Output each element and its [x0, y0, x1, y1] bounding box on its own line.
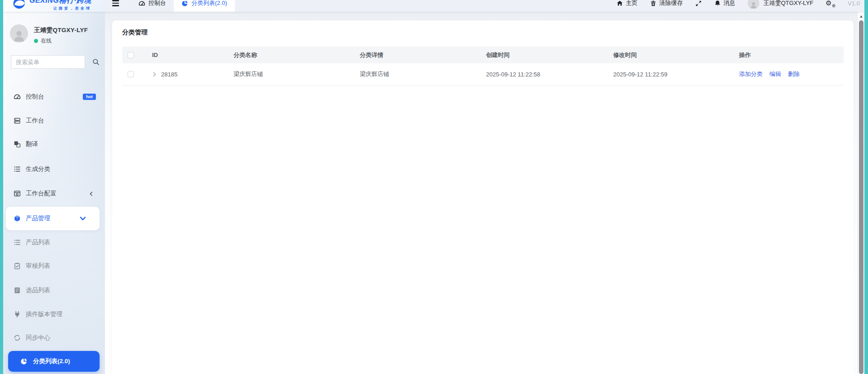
sidebar-item-audit-list[interactable]: 审核列表	[3, 257, 105, 275]
workbench-config-icon	[14, 190, 21, 197]
column-header-id: ID	[147, 52, 228, 58]
sidebar-item-console[interactable]: 控制台 hot	[3, 88, 105, 106]
messages-label: 消息	[724, 0, 735, 7]
dashboard-icon	[138, 0, 145, 7]
cell-modified: 2025-09-12 11:22:59	[608, 71, 734, 78]
column-header-actions: 操作	[734, 51, 844, 59]
user-avatar	[748, 0, 759, 9]
online-status: 在线	[34, 37, 88, 45]
category-pie-icon	[181, 0, 188, 7]
sidebar-profile: 王靖雯QTGXY-LYF 在线	[10, 24, 88, 45]
menu-search-input[interactable]	[11, 55, 85, 69]
page-title: 分类管理	[122, 28, 844, 37]
sidebar-item-label: 选品列表	[26, 286, 50, 294]
search-icon[interactable]	[92, 58, 100, 66]
column-header-created: 创建时间	[481, 51, 608, 59]
home-icon	[616, 0, 623, 7]
messages-link[interactable]: 消息	[714, 0, 735, 7]
logo: GEXING格行·跨境 让国货，卖全球	[3, 0, 105, 12]
content-card: 分类管理 ID 分类名称 分类详情 创建时间 修改时间 操作 28185 梁庆辉…	[112, 20, 854, 374]
gear-icon: ⚙	[825, 0, 831, 7]
clear-cache-link[interactable]: 清除缓存	[650, 0, 683, 7]
sidebar-item-label: 工作台配置	[26, 189, 57, 198]
sidebar-item-label: 控制台	[26, 93, 44, 101]
table-header-row: ID 分类名称 分类详情 创建时间 修改时间 操作	[122, 47, 844, 63]
sidebar-item-sync-center[interactable]: 同步中心	[3, 329, 105, 347]
brand-tagline: 让国货，卖全球	[29, 6, 91, 11]
column-header-name: 分类名称	[228, 51, 354, 59]
workbench-icon	[14, 117, 21, 124]
home-label: 主页	[626, 0, 638, 7]
cell-created: 2025-09-12 11:22:58	[481, 71, 608, 78]
tab-bar: 控制台 分类列表(2.0)	[131, 0, 235, 12]
sidebar-item-label: 产品列表	[26, 238, 50, 246]
sidebar-item-category-list[interactable]: 分类列表(2.0)	[8, 351, 100, 372]
list-icon	[14, 166, 21, 173]
topbar: GEXING格行·跨境 让国货，卖全球 控制台 分类列表(2.0) 主页 清除缓…	[3, 0, 864, 12]
fullscreen-button[interactable]	[695, 0, 702, 7]
plugin-icon	[14, 311, 21, 318]
select-all-checkbox[interactable]	[128, 52, 134, 58]
cell-name: 梁庆辉店铺	[228, 70, 354, 78]
sidebar-item-workbench[interactable]: 工作台	[3, 112, 105, 130]
add-category-link[interactable]: 添加分类	[739, 70, 763, 78]
sidebar-item-product-list[interactable]: 产品列表	[3, 233, 105, 251]
tab-label: 分类列表(2.0)	[191, 0, 227, 7]
sidebar-item-translate[interactable]: 翻译	[3, 135, 105, 153]
selection-book-icon	[14, 287, 21, 294]
cell-detail: 梁庆辉店铺	[354, 70, 481, 78]
sidebar-item-product-management[interactable]: 产品管理	[6, 207, 100, 230]
scrollbar-up-arrow[interactable]: ▲	[858, 14, 865, 19]
online-status-label: 在线	[41, 37, 52, 45]
column-header-modified: 修改时间	[608, 51, 734, 59]
row-checkbox[interactable]	[128, 71, 134, 77]
row-expand-icon[interactable]	[152, 72, 157, 77]
sidebar-item-label: 产品管理	[26, 214, 50, 223]
product-cube-icon	[14, 215, 21, 222]
delete-link[interactable]: 删除	[788, 70, 800, 78]
hamburger-menu-icon[interactable]	[112, 0, 119, 6]
category-table: ID 分类名称 分类详情 创建时间 修改时间 操作 28185 梁庆辉店铺 梁庆…	[122, 47, 844, 85]
page-edge-right	[864, 0, 868, 374]
sidebar-item-label: 分类列表(2.0)	[33, 357, 70, 365]
column-header-detail: 分类详情	[354, 51, 481, 59]
sidebar: 王靖雯QTGXY-LYF 在线 控制台 hot 工作台 翻译 生成分类	[3, 12, 105, 374]
sidebar-item-label: 审核列表	[26, 262, 50, 270]
page-edge-left	[0, 0, 3, 374]
table-row: 28185 梁庆辉店铺 梁庆辉店铺 2025-09-12 11:22:58 20…	[122, 63, 844, 85]
logo-swoosh-icon	[11, 0, 27, 11]
tab-label: 控制台	[148, 0, 166, 7]
translate-icon	[14, 141, 21, 148]
sidebar-item-workbench-config[interactable]: 工作台配置	[3, 185, 105, 203]
audit-clipboard-icon	[14, 262, 21, 270]
scrollbar-thumb[interactable]	[859, 20, 863, 374]
category-pie-icon	[20, 358, 28, 365]
sidebar-avatar	[10, 24, 28, 43]
vertical-scrollbar[interactable]: ▲	[857, 12, 864, 374]
tab-category-list[interactable]: 分类列表(2.0)	[174, 0, 235, 12]
chevron-down-icon	[79, 215, 91, 222]
sidebar-item-generate-category[interactable]: 生成分类	[3, 160, 105, 178]
settings-button[interactable]: ⚙⚙	[825, 0, 835, 7]
dashboard-icon	[14, 93, 21, 100]
hot-badge: hot	[83, 94, 96, 100]
edit-link[interactable]: 编辑	[769, 70, 781, 78]
sidebar-item-label: 同步中心	[26, 334, 50, 342]
brand-name: GEXING格行·跨境	[29, 0, 91, 5]
sidebar-item-plugin-version[interactable]: 插件版本管理	[3, 305, 105, 323]
user-menu[interactable]: 王靖雯QTGXY-LYF	[748, 0, 814, 9]
version-label: V1.0	[848, 0, 860, 7]
sidebar-item-label: 生成分类	[26, 165, 50, 173]
username-label: 王靖雯QTGXY-LYF	[763, 0, 814, 7]
sidebar-item-selection-list[interactable]: 选品列表	[3, 281, 105, 299]
chevron-left-icon	[89, 191, 94, 196]
tab-console[interactable]: 控制台	[131, 0, 174, 12]
sidebar-item-label: 工作台	[26, 117, 44, 125]
fullscreen-icon	[695, 0, 702, 7]
home-link[interactable]: 主页	[616, 0, 638, 7]
online-status-dot	[34, 39, 38, 43]
cell-id: 28185	[161, 71, 177, 78]
clear-cache-label: 清除缓存	[659, 0, 683, 7]
product-list-icon	[14, 239, 21, 246]
gear-small-icon: ⚙	[832, 4, 835, 8]
